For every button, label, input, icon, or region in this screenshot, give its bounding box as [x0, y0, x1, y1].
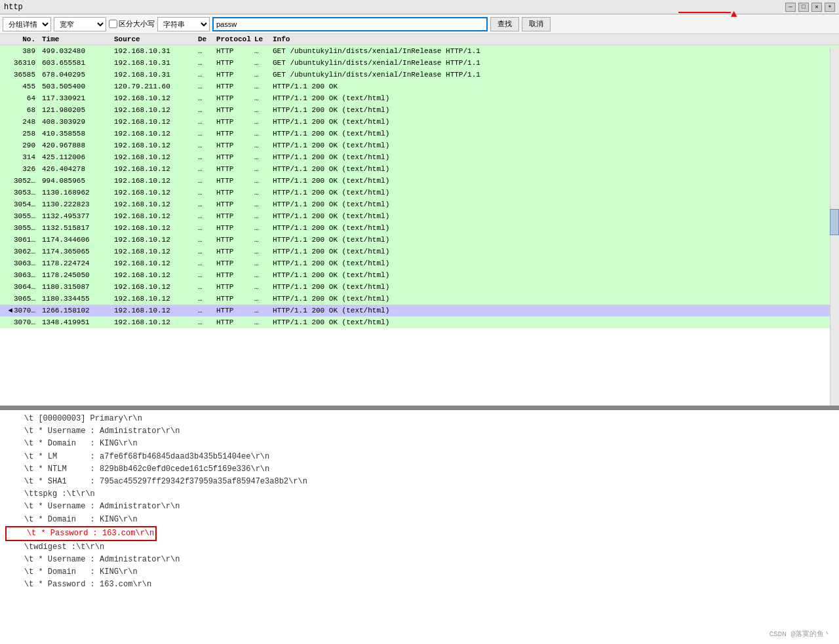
- cell-protocol: HTTP: [214, 106, 253, 114]
- type-select[interactable]: 字符串: [157, 17, 210, 31]
- cell-len: …: [253, 106, 270, 114]
- cell-protocol: HTTP: [214, 307, 253, 314]
- cell-dst: …: [197, 71, 214, 79]
- cell-dst: …: [197, 307, 214, 314]
- red-arrow-indicator: ▼: [731, 8, 737, 20]
- cell-no: 3065…: [0, 295, 39, 303]
- cell-len: …: [253, 200, 270, 208]
- cell-len: …: [253, 59, 270, 67]
- detail-line: \t * Domain : KING\r\n: [5, 438, 834, 450]
- cell-protocol: HTTP: [214, 283, 253, 291]
- table-row[interactable]: 3065… 1180.334455 192.168.10.12 … HTTP ……: [0, 293, 839, 305]
- cell-time: 426.404278: [39, 165, 111, 173]
- packet-rows[interactable]: 389 499.032480 192.168.10.31 … HTTP … GE…: [0, 45, 839, 402]
- cell-info: HTTP/1.1 200 OK (text/html): [270, 94, 839, 102]
- cell-time: 420.967888: [39, 142, 111, 149]
- table-row[interactable]: 389 499.032480 192.168.10.31 … HTTP … GE…: [0, 45, 839, 57]
- col-header-source: Source: [111, 35, 197, 43]
- close-button[interactable]: ✕: [811, 3, 822, 12]
- table-row[interactable]: 3061… 1174.344606 192.168.10.12 … HTTP ……: [0, 234, 839, 246]
- detail-line: \t * Domain : KING\r\n: [5, 566, 834, 578]
- search-input[interactable]: [212, 17, 488, 31]
- cell-source: 192.168.10.12: [111, 200, 197, 208]
- table-row[interactable]: 314 425.112006 192.168.10.12 … HTTP … HT…: [0, 151, 839, 163]
- table-row[interactable]: 3053… 1130.168962 192.168.10.12 … HTTP ……: [0, 187, 839, 199]
- cell-protocol: HTTP: [214, 177, 253, 185]
- cell-no: 3054…: [0, 200, 39, 208]
- cell-info: GET /ubuntukylin/dists/xenial/InRelease …: [270, 71, 839, 79]
- cell-source: 192.168.10.12: [111, 94, 197, 102]
- col-header-no: No.: [0, 35, 39, 43]
- scrollbar-thumb[interactable]: [830, 209, 839, 235]
- cell-source: 192.168.10.12: [111, 130, 197, 138]
- table-row[interactable]: 455 503.505400 120.79.211.60 … HTTP … HT…: [0, 81, 839, 92]
- cell-dst: …: [197, 259, 214, 267]
- maximize-button[interactable]: □: [798, 3, 809, 12]
- cell-protocol: HTTP: [214, 212, 253, 220]
- cell-source: 192.168.10.12: [111, 165, 197, 173]
- table-row[interactable]: 36310 603.655581 192.168.10.31 … HTTP … …: [0, 57, 839, 69]
- cell-time: 117.330921: [39, 94, 111, 102]
- cell-source: 192.168.10.31: [111, 47, 197, 55]
- cell-len: …: [253, 212, 270, 220]
- red-arrow-line: [678, 12, 731, 13]
- table-row[interactable]: 248 408.303929 192.168.10.12 … HTTP … HT…: [0, 116, 839, 128]
- cell-time: 499.032480: [39, 47, 111, 55]
- cell-time: 1180.334455: [39, 295, 111, 303]
- cell-protocol: HTTP: [214, 47, 253, 55]
- table-row[interactable]: 3064… 1180.315087 192.168.10.12 … HTTP ……: [0, 281, 839, 293]
- cell-no: 258: [0, 130, 39, 138]
- table-row[interactable]: 3052… 994.085965 192.168.10.12 … HTTP … …: [0, 175, 839, 187]
- table-row[interactable]: 3055… 1132.515817 192.168.10.12 … HTTP ……: [0, 222, 839, 234]
- cell-info: HTTP/1.1 200 OK (text/html): [270, 165, 839, 173]
- cell-time: 678.040295: [39, 71, 111, 79]
- scrollbar[interactable]: [830, 48, 839, 406]
- cell-len: …: [253, 94, 270, 102]
- table-row[interactable]: 3070… 1348.419951 192.168.10.12 … HTTP ……: [0, 316, 839, 328]
- minimize-button[interactable]: —: [785, 3, 796, 12]
- case-sensitive-checkbox[interactable]: [109, 20, 117, 28]
- table-row[interactable]: 3054… 1130.222823 192.168.10.12 … HTTP ……: [0, 199, 839, 210]
- cell-source: 192.168.10.12: [111, 153, 197, 161]
- table-row[interactable]: 290 420.967888 192.168.10.12 … HTTP … HT…: [0, 140, 839, 151]
- width-select[interactable]: 宽窄: [54, 17, 106, 31]
- table-row[interactable]: 326 426.404278 192.168.10.12 … HTTP … HT…: [0, 163, 839, 175]
- cell-protocol: HTTP: [214, 165, 253, 173]
- detail-line: \t * Username : Administrator\r\n: [5, 501, 834, 513]
- cell-time: 994.085965: [39, 177, 111, 185]
- cell-info: GET /ubuntukylin/dists/xenial/InRelease …: [270, 59, 839, 67]
- cell-source: 192.168.10.12: [111, 212, 197, 220]
- group-select[interactable]: 分组详情: [3, 17, 51, 31]
- table-row[interactable]: ◄3070… 1266.158102 192.168.10.12 … HTTP …: [0, 305, 839, 316]
- table-row[interactable]: 258 410.358558 192.168.10.12 … HTTP … HT…: [0, 128, 839, 140]
- cell-protocol: HTTP: [214, 94, 253, 102]
- cell-protocol: HTTP: [214, 224, 253, 232]
- cell-len: …: [253, 224, 270, 232]
- cell-source: 192.168.10.12: [111, 177, 197, 185]
- cancel-button[interactable]: 取消: [522, 17, 551, 31]
- cell-info: HTTP/1.1 200 OK (text/html): [270, 189, 839, 197]
- cell-protocol: HTTP: [214, 59, 253, 67]
- detail-line: \t * Password : 163.com\r\n: [5, 526, 834, 541]
- table-row[interactable]: 68 121.980205 192.168.10.12 … HTTP … HTT…: [0, 104, 839, 116]
- table-row[interactable]: 3063… 1178.224724 192.168.10.12 … HTTP ……: [0, 257, 839, 269]
- cell-info: HTTP/1.1 200 OK (text/html): [270, 153, 839, 161]
- table-row[interactable]: 3063… 1178.245050 192.168.10.12 … HTTP ……: [0, 269, 839, 281]
- table-row[interactable]: 3055… 1132.495377 192.168.10.12 … HTTP ……: [0, 210, 839, 222]
- cell-dst: …: [197, 153, 214, 161]
- table-row[interactable]: 3062… 1174.365065 192.168.10.12 … HTTP ……: [0, 246, 839, 257]
- cell-info: HTTP/1.1 200 OK (text/html): [270, 177, 839, 185]
- plus-button[interactable]: +: [825, 3, 835, 12]
- cell-no: 3055…: [0, 212, 39, 220]
- table-row[interactable]: 36585 678.040295 192.168.10.31 … HTTP … …: [0, 69, 839, 81]
- cell-no: 248: [0, 118, 39, 126]
- detail-line: \t * Domain : KING\r\n: [5, 514, 834, 526]
- table-row[interactable]: 64 117.330921 192.168.10.12 … HTTP … HTT…: [0, 92, 839, 104]
- cell-no: 3052…: [0, 177, 39, 185]
- cell-source: 192.168.10.12: [111, 318, 197, 326]
- find-button[interactable]: 查找: [490, 17, 519, 31]
- cell-time: 1178.245050: [39, 271, 111, 279]
- cell-dst: …: [197, 236, 214, 244]
- cell-time: 1178.224724: [39, 259, 111, 267]
- cell-info: HTTP/1.1 200 OK (text/html): [270, 224, 839, 232]
